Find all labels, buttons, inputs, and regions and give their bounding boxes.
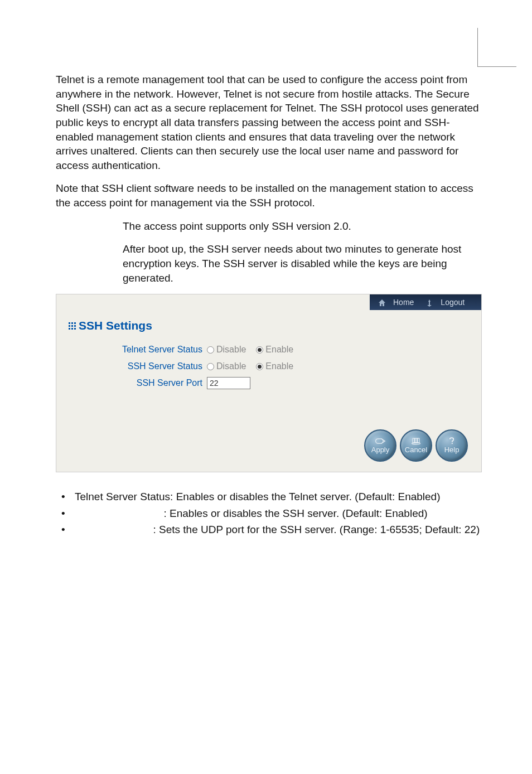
telnet-status-radios: Disable Enable	[207, 345, 301, 355]
ssh-enable-option[interactable]: Enable	[256, 361, 293, 371]
ssh-disable-option[interactable]: Disable	[207, 361, 246, 371]
bullet-telnet: • Telnet Server Status: Enables or disab…	[59, 489, 482, 505]
bullet-text: Telnet Server Status: Enables or disable…	[75, 489, 482, 505]
ssh-status-radios: Disable Enable	[207, 361, 301, 371]
logout-link[interactable]: Logout	[438, 298, 467, 307]
enable-label: Enable	[265, 361, 293, 371]
svg-rect-0	[69, 322, 70, 324]
ssh-port-label: SSH Server Port	[95, 378, 207, 388]
disable-label: Disable	[216, 345, 246, 355]
bullet-text: SSH Server Status: Enables or disables t…	[75, 506, 482, 521]
svg-rect-6	[69, 328, 70, 330]
note-version: The access point supports only SSH versi…	[123, 219, 482, 234]
radio-icon	[207, 363, 214, 370]
top-bar: Home Logout	[370, 294, 481, 310]
apply-label: Apply	[371, 446, 390, 454]
radio-icon	[256, 363, 263, 370]
page-body: Telnet is a remote management tool that …	[0, 0, 532, 538]
action-buttons: Apply Cancel Help	[364, 429, 468, 462]
apply-button[interactable]: Apply	[364, 429, 396, 462]
svg-rect-5	[74, 325, 76, 327]
telnet-status-label: Telnet Server Status	[95, 345, 207, 355]
cancel-icon	[410, 437, 422, 445]
help-icon	[446, 437, 457, 445]
ssh-settings-panel: Home Logout SSH Settings Telnet Server S…	[56, 294, 482, 472]
ssh-status-label: SSH Server Status	[95, 361, 207, 371]
ssh-port-row: SSH Server Port	[95, 375, 301, 391]
crop-mark	[477, 28, 516, 67]
ssh-status-row: SSH Server Status Disable Enable	[95, 358, 301, 375]
cancel-label: Cancel	[405, 446, 427, 454]
bullet-text: SSH Server Port: Sets the UDP port for t…	[75, 522, 482, 538]
svg-rect-1	[71, 322, 73, 324]
svg-point-13	[412, 443, 420, 444]
enable-label: Enable	[265, 345, 293, 355]
disable-label: Disable	[216, 361, 246, 371]
home-icon	[375, 298, 389, 307]
bullet-ssh: • SSH Server Status: Enables or disables…	[59, 506, 482, 521]
note-bootup: After boot up, the SSH server needs abou…	[123, 242, 482, 285]
intro-paragraph-1: Telnet is a remote management tool that …	[56, 72, 482, 172]
logout-icon	[423, 298, 436, 307]
svg-rect-7	[71, 328, 73, 330]
svg-rect-4	[71, 325, 73, 327]
telnet-status-row: Telnet Server Status Disable Enable	[95, 341, 301, 358]
bullet-marker: •	[59, 522, 75, 538]
form-area: Telnet Server Status Disable Enable SSH …	[95, 341, 301, 391]
home-link[interactable]: Home	[391, 298, 416, 307]
svg-rect-2	[74, 322, 76, 324]
section-title: SSH Settings	[69, 319, 152, 332]
apply-icon	[375, 437, 386, 445]
help-button[interactable]: Help	[436, 429, 468, 462]
bullet-list: • Telnet Server Status: Enables or disab…	[56, 489, 482, 538]
intro-paragraph-2: Note that SSH client software needs to b…	[56, 181, 482, 210]
help-label: Help	[444, 446, 460, 454]
svg-rect-3	[69, 325, 70, 327]
bullet-marker: •	[59, 489, 75, 505]
bullet-port: • SSH Server Port: Sets the UDP port for…	[59, 522, 482, 538]
svg-rect-8	[74, 328, 76, 330]
ssh-port-input[interactable]	[207, 377, 250, 389]
telnet-disable-option[interactable]: Disable	[207, 345, 246, 355]
grid-icon	[69, 319, 76, 327]
section-title-text: SSH Settings	[79, 319, 152, 332]
bullet-marker: •	[59, 506, 75, 521]
cancel-button[interactable]: Cancel	[400, 429, 432, 462]
radio-icon	[207, 346, 214, 354]
svg-point-14	[452, 443, 453, 444]
radio-icon	[256, 346, 263, 354]
telnet-enable-option[interactable]: Enable	[256, 345, 293, 355]
